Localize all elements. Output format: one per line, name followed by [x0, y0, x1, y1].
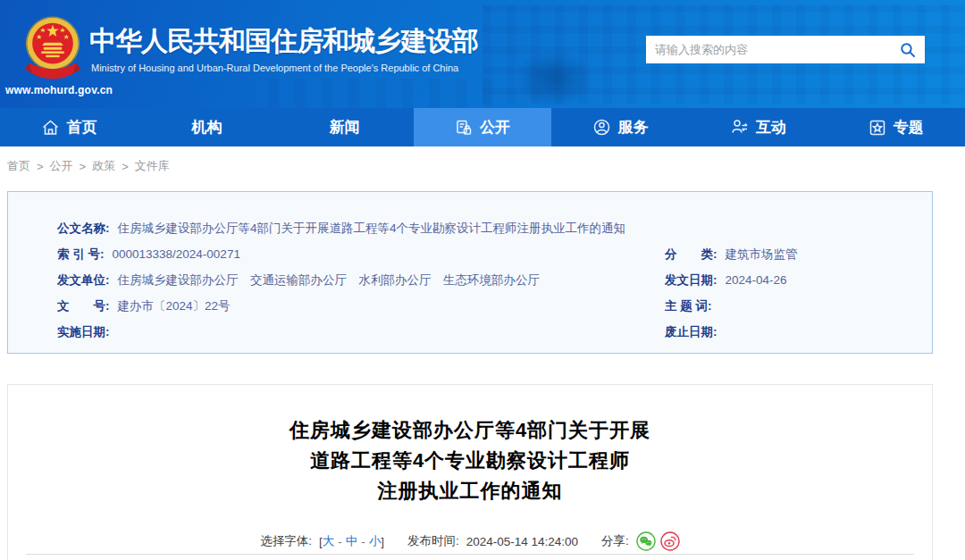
info-row-2: 索 引 号: 000013338/2024-00271 分 类: 建筑市场监管	[57, 241, 932, 267]
bracket-close: ]	[381, 535, 384, 548]
nav-label: 专题	[894, 117, 924, 138]
breadcrumb-library[interactable]: 文件库	[135, 158, 170, 174]
info-row-5: 实施日期: 废止日期:	[57, 319, 932, 345]
issue-date-value: 2024-04-26	[726, 267, 787, 293]
font-size-medium[interactable]: 中	[346, 533, 358, 549]
nav-item-home[interactable]: 首页	[0, 108, 138, 146]
category-value: 建筑市场监管	[726, 241, 798, 267]
nav-label: 机构	[191, 117, 222, 138]
article-title-line-2: 道路工程等4个专业勘察设计工程师	[8, 446, 932, 476]
search-box	[646, 36, 925, 63]
doc-name-label: 公文名称:	[57, 215, 110, 241]
weibo-icon[interactable]	[660, 531, 680, 551]
breadcrumb-separator: >	[80, 160, 87, 173]
breadcrumb-separator: >	[122, 160, 129, 173]
issue-date-label: 发文日期:	[665, 267, 717, 293]
search-icon	[900, 42, 916, 58]
exchange-person-icon	[730, 118, 749, 137]
info-row-doc-name: 公文名称: 住房城乡建设部办公厅等4部门关于开展道路工程等4个专业勘察设计工程师…	[57, 215, 932, 241]
article-box: 住房城乡建设部办公厅等4部门关于开展 道路工程等4个专业勘察设计工程师 注册执业…	[7, 384, 933, 560]
search-input[interactable]	[646, 43, 891, 56]
site-url: www.mohurd.gov.cn	[5, 84, 113, 96]
site-header: www.mohurd.gov.cn 中华人民共和国住房和城乡建设部 Minist…	[0, 0, 965, 108]
search-button[interactable]	[891, 36, 925, 63]
font-size-large[interactable]: 大	[323, 533, 335, 549]
breadcrumb-open[interactable]: 公开	[50, 158, 73, 174]
article-title-line-1: 住房城乡建设部办公厅等4部门关于开展	[8, 415, 932, 446]
nav-item-interact[interactable]: 互动	[689, 108, 827, 146]
nav-item-news[interactable]: 新闻	[276, 108, 414, 146]
nav-item-service[interactable]: 服务	[551, 108, 689, 146]
home-icon	[41, 119, 60, 137]
article-divider	[26, 554, 914, 555]
info-row-4: 文 号: 建办市〔2024〕22号 主 题 词:	[57, 293, 932, 319]
issuer-label: 发文单位:	[57, 267, 110, 293]
index-value: 000013338/2024-00271	[113, 241, 240, 267]
doc-no-value: 建办市〔2024〕22号	[118, 293, 231, 319]
font-size-small[interactable]: 小	[369, 533, 382, 549]
font-size-separator: -	[361, 535, 365, 548]
breadcrumb-home[interactable]: 首页	[7, 158, 30, 174]
header-tree-shadow	[514, 49, 594, 108]
issuer-value: 住房城乡建设部办公厅 交通运输部办公厅 水利部办公厅 生态环境部办公厅	[118, 267, 541, 293]
header-building-texture-2	[268, 79, 500, 108]
breadcrumb-separator: >	[37, 160, 44, 173]
impl-date-label: 实施日期:	[57, 319, 110, 345]
breadcrumb-policy[interactable]: 政策	[92, 158, 115, 174]
article-meta: 选择字体: [ 大 - 中 - 小 ] 发布时间: 2024-05-14 14:…	[8, 531, 932, 551]
site-subtitle: Ministry of Housing and Urban-Rural Deve…	[91, 63, 458, 73]
publish-time-label: 发布时间:	[407, 533, 459, 549]
share-icons	[636, 531, 680, 551]
nav-label: 公开	[480, 117, 510, 138]
document-lock-icon	[455, 119, 473, 137]
china-national-emblem-icon	[23, 14, 82, 88]
doc-no-label: 文 号:	[57, 293, 110, 319]
index-label: 索 引 号:	[57, 241, 105, 267]
repeal-date-label: 废止日期:	[665, 319, 717, 345]
info-row-3: 发文单位: 住房城乡建设部办公厅 交通运输部办公厅 水利部办公厅 生态环境部办公…	[57, 267, 932, 293]
person-icon	[592, 118, 611, 137]
nav-item-org[interactable]: 机构	[138, 108, 275, 146]
category-label: 分 类:	[665, 241, 717, 267]
doc-info-box: 公文名称: 住房城乡建设部办公厅等4部门关于开展道路工程等4个专业勘察设计工程师…	[7, 191, 933, 354]
star-square-icon	[868, 119, 886, 137]
publish-time-value: 2024-05-14 14:24:00	[466, 535, 578, 548]
doc-name-value: 住房城乡建设部办公厅等4部门关于开展道路工程等4个专业勘察设计工程师注册执业工作…	[118, 215, 626, 241]
nav-label: 服务	[618, 117, 649, 138]
subject-label: 主 题 词:	[665, 293, 712, 319]
nav-item-topic[interactable]: 专题	[827, 108, 965, 146]
share-label: 分享:	[601, 533, 629, 549]
nav-item-open[interactable]: 公开	[414, 108, 551, 146]
breadcrumb: 首页 > 公开 > 政策 > 文件库	[7, 158, 170, 174]
font-size-separator: -	[338, 535, 342, 548]
nav-label: 新闻	[330, 117, 360, 138]
main-nav: 首页 机构 新闻 公开 服务	[0, 108, 965, 146]
article-title-line-3: 注册执业工作的通知	[8, 476, 932, 506]
wechat-icon[interactable]	[636, 531, 656, 551]
article-title: 住房城乡建设部办公厅等4部门关于开展 道路工程等4个专业勘察设计工程师 注册执业…	[8, 415, 932, 506]
nav-label: 互动	[756, 117, 786, 138]
nav-label: 首页	[67, 117, 97, 138]
site-title: 中华人民共和国住房和城乡建设部	[89, 23, 478, 60]
font-size-label: 选择字体:	[260, 533, 312, 549]
page: www.mohurd.gov.cn 中华人民共和国住房和城乡建设部 Minist…	[0, 0, 965, 560]
